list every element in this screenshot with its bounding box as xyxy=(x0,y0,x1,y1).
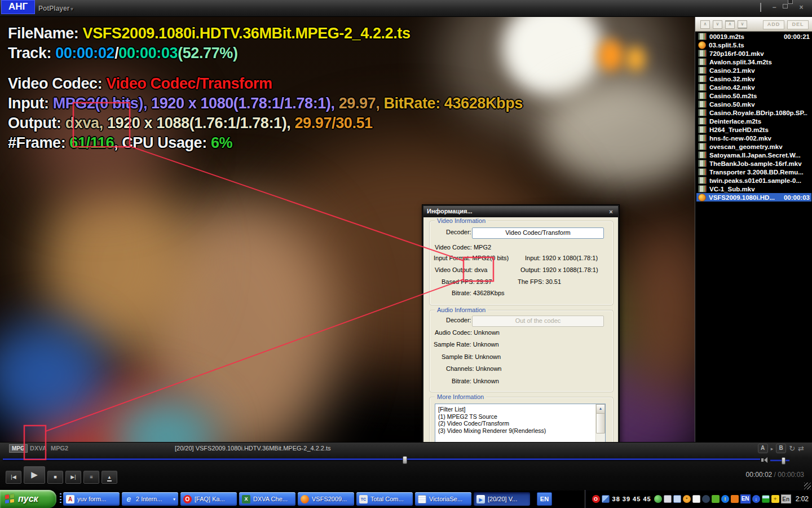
taskbar-button-yuv[interactable]: yuv form... xyxy=(63,492,120,506)
playlist-item-name: Casino.32.mkv xyxy=(709,76,807,82)
playlist-item[interactable]: ovescan_geometry.mkv xyxy=(696,142,811,151)
minimize-button[interactable]: − xyxy=(770,4,778,11)
taskbar-button-firefox[interactable]: VSFS2009... xyxy=(298,492,354,506)
playlist-item[interactable]: Deinterlace.m2ts xyxy=(696,117,811,125)
tray-compass-icon[interactable] xyxy=(702,495,710,503)
taskbar-button-dxva-checker[interactable]: DXVA Che... xyxy=(239,492,295,506)
osd-filename-value: VSFS2009.1080i.HDTV.36MBit.MPEG-2_4.2.2.… xyxy=(83,25,411,42)
speaker-icon[interactable] xyxy=(761,457,767,463)
playlist-item-name: Casino.50.m2ts xyxy=(709,93,807,99)
taskbar-button-internet-group[interactable]: 2 Intern...▾ xyxy=(122,492,178,506)
close-icon[interactable]: × xyxy=(607,208,615,216)
playlist-toggle-button[interactable]: ≡ xyxy=(83,471,99,484)
playlist-item[interactable]: Avalon.split.34.m2ts xyxy=(696,58,811,66)
tray-network-icon[interactable] xyxy=(602,495,610,503)
osd-track-line: Track: 00:00:02/00:00:03(52.77%) xyxy=(8,43,523,63)
taskbar-button-total-commander[interactable]: Total Com... xyxy=(356,492,413,506)
seek-handle[interactable] xyxy=(403,456,407,464)
internet-explorer-icon xyxy=(125,495,133,503)
del-button[interactable]: DEL xyxy=(787,20,809,29)
playlist-item[interactable]: Transporter 3.2008.BD.Remu... xyxy=(696,168,811,176)
tray-globe-icon[interactable] xyxy=(654,495,662,503)
playlist-nav-buttons: ∧ ∨ ∧ ∨ xyxy=(700,20,747,29)
playlist-item[interactable]: Casino.50.m2ts xyxy=(696,91,811,100)
playlist-item[interactable]: Satoyama.II.Japan.Secret.W... xyxy=(696,151,811,159)
taskbar-button-faq[interactable]: [FAQ] Ka... xyxy=(180,492,237,506)
shuffle-icon[interactable]: ⇄ xyxy=(798,444,804,453)
osd-codec-line: Video Codec: Video Codec/Transform xyxy=(8,74,523,94)
loop-icon[interactable]: ↻ xyxy=(789,444,795,453)
playlist-item[interactable]: H264_TrueHD.m2ts xyxy=(696,125,811,134)
language-bar-button[interactable]: EN xyxy=(537,492,552,506)
osd-track-percent: (52.77%) xyxy=(178,45,237,62)
more-information-label: More Information xyxy=(435,393,486,400)
playlist-item[interactable]: hns-fc-new-002.mkv xyxy=(696,134,811,142)
seek-bar[interactable] xyxy=(3,456,760,463)
playlist-item[interactable]: 00019.m2ts00:00:21 xyxy=(696,32,811,41)
move-up-button[interactable]: ∧ xyxy=(700,20,710,29)
video-information-label: Video Information xyxy=(435,217,488,224)
playlist-item[interactable]: 03.split.5.ts xyxy=(696,41,811,49)
tray-computers-icon[interactable] xyxy=(673,495,681,503)
scroll-up-icon[interactable]: ▲ xyxy=(596,404,605,414)
media-file-icon xyxy=(698,126,707,133)
potplayer-icon xyxy=(476,495,485,503)
seek-track[interactable] xyxy=(3,458,760,460)
playlist-item[interactable]: 720p16rf-001.mkv xyxy=(696,49,811,58)
playlist-item-name: Casino.50.mkv xyxy=(709,101,807,108)
tray-blank-icon[interactable] xyxy=(692,495,700,503)
tray-speaker-icon[interactable] xyxy=(731,495,739,503)
volume-slider[interactable] xyxy=(770,459,789,461)
move-down-button[interactable]: ∨ xyxy=(713,20,722,29)
tray-wand-icon[interactable] xyxy=(771,495,779,503)
tray-lightning-icon[interactable] xyxy=(721,495,729,503)
next-button[interactable]: ▶| xyxy=(65,471,81,484)
scrollbar-thumb[interactable] xyxy=(596,413,605,433)
media-file-icon xyxy=(698,185,707,192)
osd-output-device: dxva, xyxy=(65,115,107,132)
fullscreen-button[interactable] xyxy=(757,4,765,11)
move-top-button[interactable]: ∧ xyxy=(725,20,735,29)
previous-button[interactable]: |◀ xyxy=(6,471,21,484)
video-decoder-button[interactable]: Video Codec/Transform xyxy=(472,227,604,239)
tray-opera-icon[interactable] xyxy=(592,495,600,503)
tray-clock[interactable]: 2:02 xyxy=(796,495,809,503)
resize-grip[interactable] xyxy=(804,483,811,489)
ab-repeat-a-button[interactable]: A xyxy=(758,444,768,453)
ab-repeat-b-button[interactable]: B xyxy=(776,444,786,453)
tray-traffic-chart-icon[interactable] xyxy=(762,495,770,503)
playlist-item[interactable]: VC-1_Sub.mkv xyxy=(696,185,811,193)
close-button[interactable]: × xyxy=(797,4,805,11)
app-title[interactable]: PotPlayer▾ xyxy=(38,5,73,12)
playlist-item[interactable]: Casino.Royale.BDrip.1080p.SP... xyxy=(696,108,811,117)
play-button[interactable]: ▶ xyxy=(24,466,45,484)
tray-download-icon[interactable] xyxy=(752,495,760,503)
stop-button[interactable]: ■ xyxy=(47,471,63,484)
tray-printer-icon[interactable] xyxy=(664,495,672,503)
playlist-item-duration: 00:00:03 xyxy=(784,194,810,201)
output-row: Output: 1920 x 1088(1.78:1) xyxy=(520,266,598,273)
add-button[interactable]: ADD xyxy=(763,20,784,29)
quick-launch-divider[interactable] xyxy=(60,493,61,505)
volume-handle[interactable] xyxy=(782,457,785,465)
start-label: пуск xyxy=(18,494,38,503)
taskbar-button-potplayer-active[interactable]: [20/20] V... xyxy=(474,492,530,506)
playlist-item[interactable]: Casino.50.mkv xyxy=(696,100,811,108)
start-button[interactable]: пуск xyxy=(0,490,56,508)
tray-language-badge[interactable]: EN xyxy=(740,494,751,503)
move-bottom-button[interactable]: ∨ xyxy=(738,20,747,29)
playlist-item[interactable]: Casino.32.mkv xyxy=(696,75,811,83)
playlist-item-name: 720p16rf-001.mkv xyxy=(709,50,807,57)
tray-leaf-icon[interactable] xyxy=(712,495,720,503)
tray-gear-icon[interactable] xyxy=(683,495,691,503)
open-file-button[interactable]: ▲ xyxy=(102,471,117,484)
restore-button[interactable] xyxy=(784,4,792,11)
playlist-item[interactable]: Casino.42.mkv xyxy=(696,83,811,91)
taskbar-button-victoria[interactable]: VictoriaSe... xyxy=(415,492,471,506)
tray-language-badge-2[interactable]: En xyxy=(781,494,791,503)
playlist-item[interactable]: TheBankJob-sample-16rf.mkv xyxy=(696,159,811,168)
playlist-item-selected[interactable]: VSFS2009.1080i.HD...00:00:03 xyxy=(696,193,811,202)
playlist-item[interactable]: Casino.21.mkv xyxy=(696,66,811,75)
dialog-title-bar[interactable]: Информация... × xyxy=(423,206,618,217)
playlist-item[interactable]: twin.peaks.s01e01.sample-0... xyxy=(696,176,811,185)
